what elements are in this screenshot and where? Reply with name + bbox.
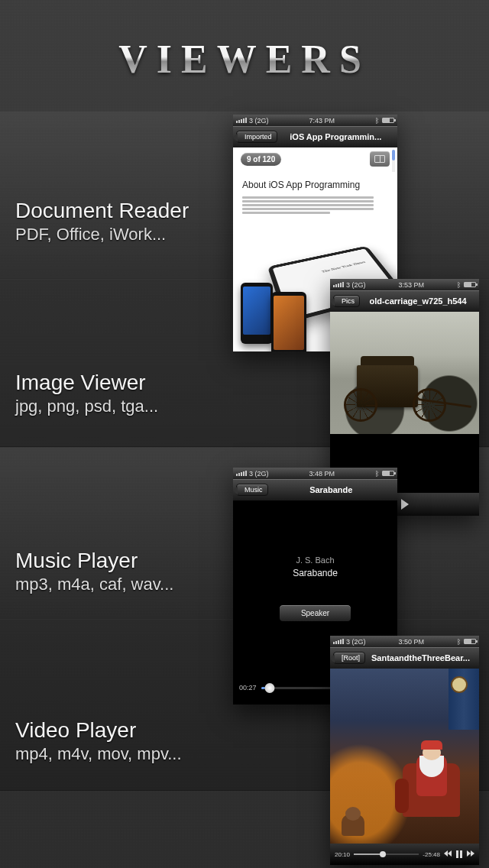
battery-icon (382, 471, 394, 476)
signal-icon (333, 282, 344, 287)
pause-button[interactable] (456, 850, 462, 858)
status-time: 3:48 PM (309, 470, 335, 478)
label-video-title: Video Player (15, 718, 182, 743)
battery-icon (464, 639, 476, 644)
carrier-label: 3 (2G) (346, 638, 366, 646)
bluetooth-icon: ᛒ (375, 470, 379, 478)
signal-icon (236, 118, 247, 123)
book-icon (374, 155, 385, 163)
play-button[interactable] (401, 499, 409, 510)
status-bar: 3 (2G) 3:53 PM ᛒ (330, 279, 479, 290)
signal-icon (333, 639, 344, 644)
status-time: 3:50 PM (398, 638, 424, 646)
screenshot-video-player: 3 (2G) 3:50 PM ᛒ [Root] SantaandtheThree… (330, 636, 479, 865)
bear-illustration (342, 815, 364, 836)
nav-title: iOS App Programmin... (277, 132, 394, 141)
signal-icon (236, 471, 247, 476)
nav-bar: Music Sarabande (233, 479, 397, 500)
page-indicator-badge: 9 of 120 (241, 153, 281, 166)
label-video: Video Player mp4, m4v, mov, mpv... (15, 718, 182, 764)
status-time: 3:53 PM (398, 281, 424, 289)
nav-bar: Pics old-carriage_w725_h544 (330, 290, 479, 312)
progress-slider[interactable] (354, 853, 419, 855)
nav-title: Sarabande (268, 485, 394, 494)
back-button[interactable]: Imported (236, 131, 277, 143)
label-image-title: Image Viewer (15, 371, 158, 395)
video-controls: 20:10 -25:48 (330, 844, 479, 865)
bluetooth-icon: ᛒ (375, 117, 379, 125)
nav-title: old-carriage_w725_h544 (360, 296, 476, 306)
status-bar: 3 (2G) 3:48 PM ᛒ (233, 468, 397, 479)
nav-title: SantaandtheThreeBear... (365, 653, 476, 662)
back-button[interactable]: Music (236, 484, 268, 496)
back-button[interactable]: [Root] (333, 652, 365, 664)
clock-illustration (451, 676, 468, 693)
elapsed-time: 00:27 (239, 684, 257, 691)
status-bar: 3 (2G) 7:43 PM ᛒ (233, 115, 397, 126)
label-music-subtitle: mp3, m4a, caf, wav... (15, 575, 173, 594)
next-button[interactable] (467, 850, 474, 858)
remaining-time: -25:48 (423, 851, 440, 858)
artist-label: J. S. Bach (296, 555, 334, 565)
image-content (330, 312, 479, 434)
page-title: Viewers (0, 37, 489, 82)
previous-button[interactable] (444, 850, 452, 858)
speaker-button[interactable]: Speaker (279, 604, 351, 622)
label-image: Image Viewer jpg, png, psd, tga... (15, 371, 158, 416)
label-document-subtitle: PDF, Office, iWork... (15, 225, 189, 245)
bookmarks-button[interactable] (370, 151, 390, 167)
video-frame (330, 669, 479, 844)
label-document-title: Document Reader (15, 199, 189, 223)
elapsed-time: 20:10 (335, 851, 350, 858)
back-button[interactable]: Pics (333, 295, 360, 307)
bluetooth-icon: ᛒ (457, 638, 461, 646)
slider-knob[interactable] (380, 851, 386, 857)
document-heading: About iOS App Programming (242, 180, 388, 190)
santa-illustration (403, 748, 460, 817)
track-label: Sarabande (293, 568, 338, 578)
carrier-label: 3 (2G) (346, 281, 366, 289)
nav-bar: Imported iOS App Programmin... (233, 126, 397, 147)
status-time: 7:43 PM (309, 117, 335, 125)
scrollbar-thumb[interactable] (392, 150, 395, 160)
slider-knob[interactable] (265, 683, 275, 693)
carrier-label: 3 (2G) (249, 117, 269, 125)
status-bar: 3 (2G) 3:50 PM ᛒ (330, 636, 479, 647)
label-image-subtitle: jpg, png, psd, tga... (15, 397, 158, 416)
battery-icon (464, 282, 476, 287)
carrier-label: 3 (2G) (249, 470, 269, 478)
bluetooth-icon: ᛒ (457, 281, 461, 289)
label-music: Music Player mp3, m4a, caf, wav... (15, 549, 173, 594)
label-video-subtitle: mp4, m4v, mov, mpv... (15, 744, 182, 764)
label-document: Document Reader PDF, Office, iWork... (15, 199, 189, 245)
battery-icon (382, 118, 394, 123)
label-music-title: Music Player (15, 549, 173, 573)
nav-bar: [Root] SantaandtheThreeBear... (330, 647, 479, 669)
